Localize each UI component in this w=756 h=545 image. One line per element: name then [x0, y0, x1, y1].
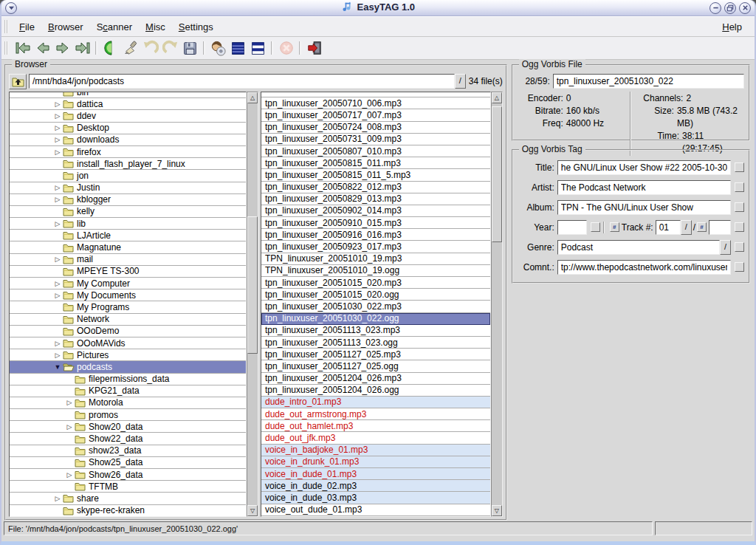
tree-item[interactable]: ▷Pictures: [10, 349, 246, 361]
path-combo-button[interactable]: /: [455, 74, 466, 89]
file-row[interactable]: tpn_linuxuser_20050910_015.mp3: [261, 217, 490, 229]
file-row[interactable]: dude_intro_01.mp3: [261, 397, 490, 408]
expander-closed-icon[interactable]: ▷: [52, 218, 63, 230]
menu-browser[interactable]: Browser: [41, 19, 90, 35]
file-row[interactable]: tpn_linuxuser_20051113_023.ogg: [261, 337, 490, 349]
scan-files-button[interactable]: [100, 38, 120, 58]
tree-item[interactable]: install_flash_player_7_linux: [10, 158, 246, 170]
file-row[interactable]: TPN_linuxuser_20051010_19.ogg: [261, 265, 490, 277]
file-row[interactable]: voice_in_dude_02.mp3: [261, 480, 490, 492]
comment-input[interactable]: [557, 260, 731, 275]
expander-closed-icon[interactable]: ▷: [64, 421, 75, 433]
menu-misc[interactable]: Misc: [139, 19, 172, 35]
file-row[interactable]: tpn_linuxuser_20051015_020.mp3: [261, 277, 490, 289]
tree-item[interactable]: LJArticle: [10, 230, 246, 241]
expander-closed-icon[interactable]: ▷: [64, 397, 75, 409]
album-input[interactable]: [557, 200, 731, 215]
tree-item[interactable]: bin: [10, 92, 246, 98]
filename-input[interactable]: [553, 74, 744, 89]
redo-button[interactable]: [160, 38, 180, 58]
file-row[interactable]: tpn_linuxuser_20051204_026.mp3: [261, 373, 490, 385]
expander-closed-icon[interactable]: ▷: [52, 182, 63, 194]
tree-item[interactable]: filepermissions_data: [10, 374, 246, 385]
file-row[interactable]: tpn_linuxuser_20051015_020.ogg: [261, 289, 490, 301]
menu-scanner[interactable]: Scanner: [90, 19, 139, 35]
titlebar[interactable]: EasyTAG 1.0: [1, 0, 755, 16]
tree-item[interactable]: TFTMB: [10, 481, 246, 493]
menubar-grip[interactable]: [4, 20, 8, 33]
expander-closed-icon[interactable]: ▷: [52, 278, 63, 289]
tree-item[interactable]: MPEYE TS-300: [10, 266, 246, 278]
file-row[interactable]: tpn_linuxuser_20050923_017.mp3: [261, 241, 490, 253]
tree-item[interactable]: ▼podcasts: [10, 361, 246, 373]
toolbar-grip[interactable]: [4, 41, 8, 55]
file-row[interactable]: tpn_linuxuser_20050731_009.mp3: [261, 134, 490, 145]
tree-item[interactable]: Show25_data: [10, 457, 246, 469]
file-row[interactable]: tpn_linuxuser_20050916_016.mp3: [261, 229, 490, 241]
file-row[interactable]: tpn_linuxuser_20050815_011.mp3: [261, 157, 490, 169]
file-row[interactable]: tpn_linuxuser_20050815_011_5.mp3: [261, 169, 490, 181]
go-next-button[interactable]: [52, 38, 72, 58]
tree-item[interactable]: kelly: [10, 206, 246, 218]
tree-item[interactable]: ▷Show20_data: [10, 421, 246, 433]
tree-item[interactable]: Magnatune: [10, 241, 246, 253]
tree-item[interactable]: KPG21_data: [10, 385, 246, 397]
expander-closed-icon[interactable]: ▷: [52, 194, 63, 206]
menu-settings[interactable]: Settings: [172, 19, 220, 35]
tree-item[interactable]: Show22_data: [10, 433, 246, 445]
scroll-up-arrow[interactable]: △: [247, 92, 258, 103]
apply-track-to-all-button[interactable]: [735, 222, 744, 232]
tree-item[interactable]: ▷My Computer: [10, 278, 246, 289]
file-row[interactable]: tpn_linuxuser_20050829_013.mp3: [261, 193, 490, 205]
number-tracks-button[interactable]: #: [610, 222, 619, 232]
tree-item[interactable]: promos: [10, 409, 246, 421]
file-row[interactable]: dude_out_jfk.mp3: [261, 432, 490, 444]
apply-comment-to-all-button[interactable]: [735, 262, 744, 272]
track-combo-button[interactable]: /: [681, 220, 692, 235]
menu-help[interactable]: Help: [715, 19, 749, 35]
menu-file[interactable]: File: [13, 19, 41, 35]
tree-item[interactable]: OOoDemo: [10, 326, 246, 337]
scroll-down-arrow[interactable]: ▽: [492, 505, 502, 516]
file-row[interactable]: tpn_linuxuser_20051113_023.mp3: [261, 325, 490, 337]
expander-closed-icon[interactable]: ▷: [52, 134, 63, 146]
tree-item[interactable]: ▷downloads: [10, 134, 246, 146]
file-row[interactable]: TPN_linuxuser_20051010_19.mp3: [261, 253, 490, 265]
genre-combo-button[interactable]: /: [720, 240, 731, 255]
file-list[interactable]: tpn_linuxuser_20050710_006.mp3tpn_linuxu…: [261, 92, 491, 517]
file-row[interactable]: [261, 92, 490, 97]
run-audio-player-button[interactable]: [208, 38, 228, 58]
file-row[interactable]: tpn_linuxuser_20051204_026.ogg: [261, 385, 490, 397]
file-row[interactable]: voice_out_dude_01.mp3: [261, 504, 490, 516]
tree-item[interactable]: jon: [10, 170, 246, 182]
track-total-input[interactable]: [709, 220, 731, 235]
tree-item[interactable]: ▷OOoMAVids: [10, 337, 246, 349]
tree-item[interactable]: ▷ddev: [10, 110, 246, 122]
go-first-button[interactable]: [13, 38, 32, 58]
file-row[interactable]: tpn_linuxuser_20051030_022.mp3: [261, 301, 490, 312]
tree-scrollbar-thumb[interactable]: [247, 216, 258, 354]
file-row[interactable]: tpn_linuxuser_20050724_008.mp3: [261, 122, 490, 134]
expander-closed-icon[interactable]: ▷: [64, 469, 75, 481]
artist-input[interactable]: [557, 180, 731, 195]
tree-item[interactable]: ▷Justin: [10, 182, 246, 194]
remove-tags-button[interactable]: [120, 38, 140, 58]
tree-item[interactable]: ▷kblogger: [10, 194, 246, 206]
parent-directory-button[interactable]: [9, 74, 27, 89]
expander-closed-icon[interactable]: ▷: [52, 98, 63, 110]
apply-genre-to-all-button[interactable]: [735, 242, 744, 252]
file-row[interactable]: tpn_linuxuser_20050822_012.mp3: [261, 182, 490, 193]
tree-item[interactable]: ▷firefox: [10, 146, 246, 158]
file-row[interactable]: tpn_linuxuser_20051127_025.mp3: [261, 349, 490, 360]
genre-input[interactable]: [557, 240, 720, 255]
file-row[interactable]: tpn_linuxuser_20050902_014.mp3: [261, 205, 490, 217]
expander-closed-icon[interactable]: ▷: [52, 146, 63, 158]
expander-closed-icon[interactable]: ▷: [52, 110, 63, 122]
file-row[interactable]: tpn_linuxuser_20051030_022.ogg: [261, 313, 490, 325]
undo-button[interactable]: [140, 38, 160, 58]
track-input[interactable]: [656, 220, 681, 235]
expander-open-icon[interactable]: ▼: [52, 361, 63, 373]
file-row[interactable]: dude_out_armstrong.mp3: [261, 408, 490, 420]
count-tracks-button[interactable]: #: [697, 222, 707, 232]
save-files-button[interactable]: [180, 38, 200, 58]
